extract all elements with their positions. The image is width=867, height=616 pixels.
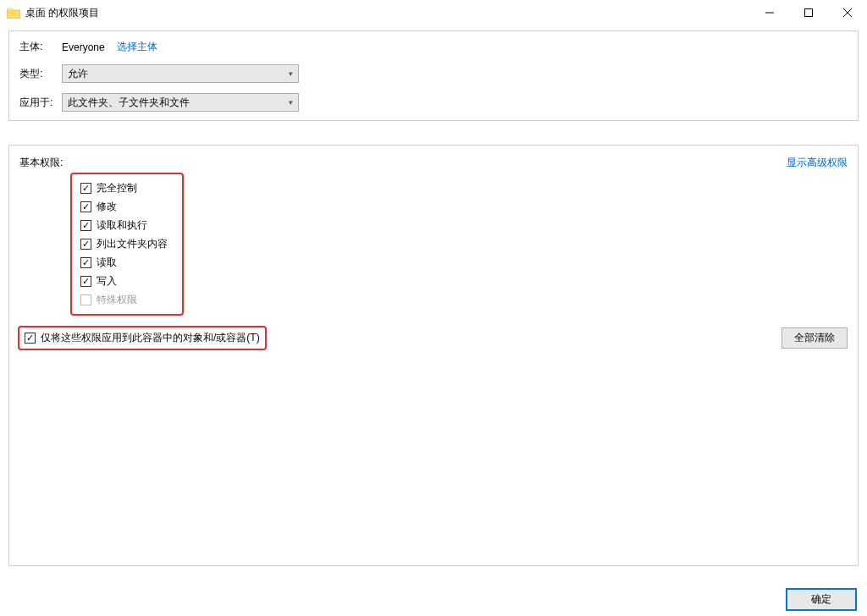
window-controls bbox=[750, 0, 867, 25]
perm-full-control[interactable]: 完全控制 bbox=[80, 181, 174, 195]
close-button[interactable] bbox=[828, 0, 867, 25]
chevron-down-icon: ▾ bbox=[289, 98, 293, 107]
checkbox-icon[interactable] bbox=[80, 257, 91, 268]
permissions-panel: 基本权限: 显示高级权限 完全控制 修改 读取和执行 列出文件夹内容 bbox=[8, 145, 859, 566]
principal-row: 主体: Everyone 选择主体 bbox=[19, 40, 848, 54]
checkbox-icon[interactable] bbox=[80, 201, 91, 212]
applies-to-select[interactable]: 此文件夹、子文件夹和文件 ▾ bbox=[62, 93, 299, 112]
apply-only-highlight: 仅将这些权限应用到此容器中的对象和/或容器(T) bbox=[18, 326, 267, 350]
folder-icon bbox=[7, 7, 20, 19]
type-select-value: 允许 bbox=[68, 67, 88, 81]
checkbox-icon[interactable] bbox=[80, 220, 91, 231]
type-row: 类型: 允许 ▾ bbox=[19, 64, 848, 83]
apply-only-row: 仅将这些权限应用到此容器中的对象和/或容器(T) 全部清除 bbox=[18, 326, 848, 350]
type-select[interactable]: 允许 ▾ bbox=[62, 64, 299, 83]
perm-list-folder[interactable]: 列出文件夹内容 bbox=[80, 237, 174, 251]
chevron-down-icon: ▾ bbox=[289, 69, 293, 78]
principal-label: 主体: bbox=[19, 40, 62, 54]
applies-to-row: 应用于: 此文件夹、子文件夹和文件 ▾ bbox=[19, 93, 848, 112]
perm-label: 读取 bbox=[97, 256, 117, 270]
bottom-bar: 确定 bbox=[776, 583, 867, 616]
checkbox-icon[interactable] bbox=[80, 276, 91, 287]
permissions-highlight: 完全控制 修改 读取和执行 列出文件夹内容 读取 写入 bbox=[70, 173, 184, 316]
ok-button[interactable]: 确定 bbox=[786, 588, 857, 611]
clear-all-button[interactable]: 全部清除 bbox=[781, 327, 848, 349]
perm-read-execute[interactable]: 读取和执行 bbox=[80, 218, 174, 233]
perm-write[interactable]: 写入 bbox=[80, 274, 174, 289]
perm-label: 修改 bbox=[97, 200, 117, 214]
perm-label: 列出文件夹内容 bbox=[97, 237, 168, 251]
perm-label: 特殊权限 bbox=[97, 293, 137, 307]
type-label: 类型: bbox=[19, 67, 62, 81]
titlebar: 桌面 的权限项目 bbox=[0, 0, 867, 25]
applies-to-select-value: 此文件夹、子文件夹和文件 bbox=[68, 96, 190, 110]
applies-to-label: 应用于: bbox=[19, 96, 62, 110]
checkbox-icon bbox=[80, 294, 91, 305]
window-title: 桌面 的权限项目 bbox=[25, 6, 99, 20]
perm-read[interactable]: 读取 bbox=[80, 256, 174, 270]
perm-modify[interactable]: 修改 bbox=[80, 200, 174, 214]
basic-permissions-label: 基本权限: bbox=[19, 156, 63, 170]
principal-value: Everyone bbox=[62, 41, 105, 53]
perm-label: 读取和执行 bbox=[97, 218, 147, 233]
apply-only-checkbox[interactable] bbox=[25, 333, 36, 344]
minimize-button[interactable] bbox=[750, 0, 789, 25]
content-area: 主体: Everyone 选择主体 类型: 允许 ▾ 应用于: 此文件夹、子文件… bbox=[0, 25, 867, 571]
header-panel: 主体: Everyone 选择主体 类型: 允许 ▾ 应用于: 此文件夹、子文件… bbox=[8, 30, 859, 121]
apply-only-label: 仅将这些权限应用到此容器中的对象和/或容器(T) bbox=[41, 331, 260, 345]
checkbox-icon[interactable] bbox=[80, 239, 91, 250]
checkbox-icon[interactable] bbox=[80, 183, 91, 194]
perm-special: 特殊权限 bbox=[80, 293, 174, 307]
show-advanced-link[interactable]: 显示高级权限 bbox=[787, 156, 848, 170]
maximize-button[interactable] bbox=[789, 0, 828, 25]
permissions-header: 基本权限: 显示高级权限 bbox=[19, 156, 848, 170]
perm-label: 写入 bbox=[97, 274, 117, 289]
perm-label: 完全控制 bbox=[97, 181, 137, 195]
select-principal-link[interactable]: 选择主体 bbox=[117, 40, 157, 54]
svg-rect-1 bbox=[805, 9, 813, 17]
